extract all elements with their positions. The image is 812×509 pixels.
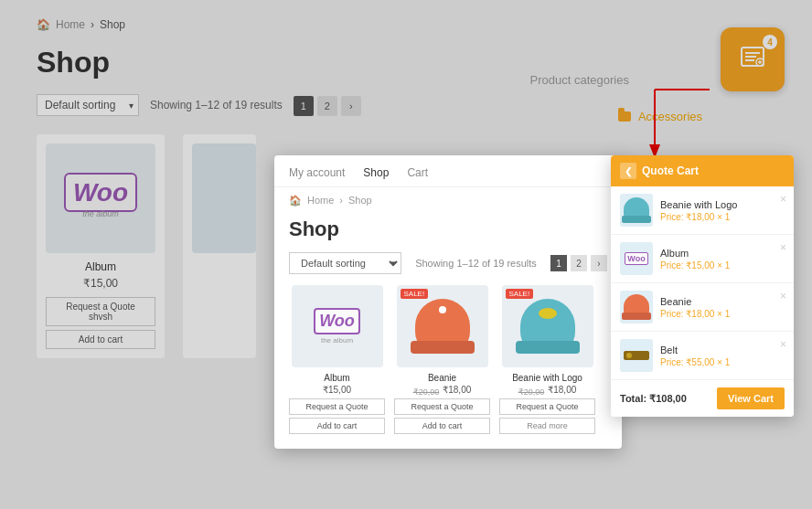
cart-item-album-name: Album	[660, 248, 785, 259]
modal-beanie-add-btn[interactable]: Add to cart	[394, 418, 490, 434]
modal-album-quote-btn[interactable]: Request a Quote	[289, 398, 385, 415]
cart-item-album-image: Woo	[620, 242, 653, 275]
modal-page-next-btn[interactable]: ›	[591, 255, 607, 271]
quote-cart-footer: Total: ₹108,00 View Cart	[611, 380, 794, 417]
modal-beanie-logo-prices: ₹20,00 ₹18,00	[499, 385, 595, 398]
modal-pagination: 1 2 ›	[550, 255, 607, 271]
cart-item-beanie-info: Beanie Price: ₹18,00 × 1	[660, 296, 785, 319]
quote-cart-panel-header: ❮ Quote Cart	[611, 155, 794, 186]
nav-my-account[interactable]: My account	[289, 166, 345, 179]
shop-modal: My account Shop Cart 🏠 Home › Shop Shop …	[274, 155, 622, 449]
modal-sort-wrapper: Default sorting	[289, 252, 401, 274]
modal-page-1-btn[interactable]: 1	[550, 255, 567, 271]
cart-item-belt-info: Belt Price: ₹55,00 × 1	[660, 345, 785, 367]
beanie-logo-hat-graphic	[520, 299, 575, 354]
modal-beanie-prices: ₹20,00 ₹18,00	[394, 385, 490, 398]
beanie-logo-sale-badge: SALE!	[506, 289, 534, 299]
cart-item-beanie-name: Beanie	[660, 296, 785, 307]
modal-beanie-image: SALE!	[397, 285, 488, 367]
cart-item-beanie-image	[620, 291, 653, 323]
beanie-sale-price: ₹18,00	[443, 385, 471, 395]
modal-results-count: Showing 1–12 of 19 results	[415, 258, 537, 269]
cart-total-label: Total: ₹108,00	[620, 393, 687, 405]
modal-shop-title: Shop	[274, 210, 622, 252]
cart-item-beanie-logo-name: Beanie with Logo	[660, 199, 785, 210]
quote-cart-panel: ❮ Quote Cart Beanie with Logo Price: ₹18…	[611, 155, 794, 417]
modal-beanie-logo-name: Beanie with Logo	[499, 373, 595, 383]
beanie-orig-price: ₹20,00	[413, 387, 440, 397]
cart-item-belt-price: Price: ₹55,00 × 1	[660, 357, 785, 367]
beanie-logo-sale-price: ₹18,00	[548, 385, 576, 395]
cart-item-album: Woo Album Price: ₹15,00 × 1 ×	[611, 235, 794, 283]
cart-item-beanie-logo-remove[interactable]: ×	[780, 194, 786, 205]
modal-album-add-btn[interactable]: Add to cart	[289, 418, 385, 434]
modal-product-grid: Woo the album Album ₹15,00 Request a Quo…	[274, 285, 622, 449]
cart-item-beanie-logo-image	[620, 194, 653, 227]
modal-page-2-btn[interactable]: 2	[571, 255, 587, 271]
modal-beanie-name: Beanie	[394, 373, 490, 383]
cart-item-beanie-remove[interactable]: ×	[780, 291, 786, 302]
modal-breadcrumb-sep: ›	[339, 195, 343, 207]
cart-item-beanie-logo-info: Beanie with Logo Price: ₹18,00 × 1	[660, 199, 785, 222]
beanie-cart-graphic	[624, 294, 649, 320]
modal-beanie-logo-quote-btn[interactable]: Request a Quote	[499, 398, 595, 415]
cart-item-belt-name: Belt	[660, 345, 785, 355]
cart-item-album-remove[interactable]: ×	[780, 242, 786, 253]
beanie-logo-cart-graphic	[624, 197, 649, 223]
modal-beanie-logo-read-btn[interactable]: Read more	[499, 418, 595, 434]
modal-beanie-logo-card: SALE! Beanie with Logo ₹20,00 ₹18,00 Req…	[499, 285, 595, 434]
modal-breadcrumb-home[interactable]: Home	[307, 195, 334, 207]
modal-breadcrumb: 🏠 Home › Shop	[274, 187, 622, 210]
belt-cart-graphic	[624, 351, 649, 360]
cart-item-beanie-price: Price: ₹18,00 × 1	[660, 309, 785, 319]
nav-shop[interactable]: Shop	[363, 166, 389, 179]
album-cart-woo-logo: Woo	[625, 252, 647, 265]
cart-item-belt: Belt Price: ₹55,00 × 1 ×	[611, 332, 794, 380]
quote-cart-panel-title: Quote Cart	[642, 164, 699, 177]
red-arrow	[646, 80, 719, 163]
modal-beanie-card: SALE! Beanie ₹20,00 ₹18,00 Request a Quo…	[394, 285, 490, 434]
modal-album-card: Woo the album Album ₹15,00 Request a Quo…	[289, 285, 385, 434]
modal-album-name: Album	[289, 373, 385, 383]
cart-item-belt-image	[620, 339, 653, 372]
beanie-hat-graphic	[415, 299, 470, 354]
cart-item-beanie-logo-price: Price: ₹18,00 × 1	[660, 212, 785, 222]
beanie-sale-badge: SALE!	[401, 289, 429, 299]
cart-item-belt-remove[interactable]: ×	[780, 339, 786, 350]
quote-cart-toggle-btn[interactable]: ❮	[620, 163, 636, 179]
modal-beanie-logo-image: SALE!	[502, 285, 593, 367]
cart-item-beanie-logo: Beanie with Logo Price: ₹18,00 × 1 ×	[611, 186, 794, 235]
modal-album-price: ₹15,00	[289, 385, 385, 395]
modal-toolbar: Default sorting Showing 1–12 of 19 resul…	[274, 252, 622, 285]
modal-sort-select[interactable]: Default sorting	[289, 252, 401, 274]
nav-cart[interactable]: Cart	[407, 166, 428, 179]
modal-beanie-quote-btn[interactable]: Request a Quote	[394, 398, 490, 415]
modal-album-image: Woo the album	[292, 285, 383, 367]
modal-nav: My account Shop Cart	[274, 155, 622, 187]
cart-item-album-info: Album Price: ₹15,00 × 1	[660, 248, 785, 270]
cart-item-album-price: Price: ₹15,00 × 1	[660, 260, 785, 270]
view-cart-btn[interactable]: View Cart	[717, 387, 785, 409]
modal-home-icon: 🏠	[289, 195, 302, 207]
modal-breadcrumb-current: Shop	[348, 195, 372, 207]
cart-item-beanie: Beanie Price: ₹18,00 × 1 ×	[611, 283, 794, 332]
beanie-logo-orig-price: ₹20,00	[518, 387, 545, 397]
